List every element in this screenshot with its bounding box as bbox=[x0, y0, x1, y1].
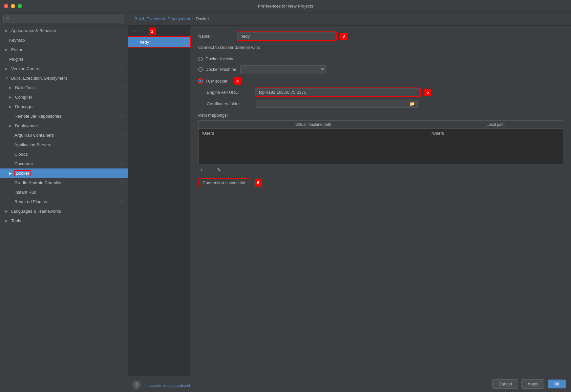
certificates-folder-row: Certificates folder: 📁 bbox=[198, 98, 563, 109]
sidebar-item-label: Plugins bbox=[9, 57, 23, 62]
search-input[interactable] bbox=[3, 15, 124, 23]
sidebar-item-plugins[interactable]: Plugins bbox=[0, 54, 128, 64]
sidebar-item-appearance[interactable]: ▶ Appearance & Behavior bbox=[0, 26, 128, 35]
certificates-folder-btn[interactable]: 📁 bbox=[407, 100, 418, 108]
ok-button[interactable]: OK bbox=[548, 380, 566, 388]
arrow-icon: ▶ bbox=[5, 29, 9, 32]
table-cell-vm-path: /Users bbox=[199, 129, 428, 138]
svg-rect-2 bbox=[134, 41, 135, 42]
table-edit-button[interactable]: ✎ bbox=[215, 166, 223, 174]
arrow-icon: ▶ bbox=[9, 171, 13, 175]
breadcrumb-parent[interactable]: Build, Execution, Deployment bbox=[135, 16, 190, 21]
cancel-button[interactable]: Cancel bbox=[492, 379, 518, 389]
close-button[interactable] bbox=[4, 4, 8, 8]
minimize-button[interactable] bbox=[11, 4, 15, 8]
sidebar-item-label: Editor bbox=[11, 47, 22, 52]
radio-tcp-socket-label: TCP socket bbox=[205, 79, 227, 84]
sidebar-item-build-tools[interactable]: ▶ Build Tools ⬛ bbox=[0, 83, 128, 92]
engine-api-url-label: Engine API URL: bbox=[207, 90, 256, 95]
help-button[interactable]: ? bbox=[133, 381, 140, 389]
sidebar-item-arquillian[interactable]: Arquillian Containers ⬛ bbox=[0, 130, 128, 140]
external-icon: ⬛ bbox=[120, 181, 124, 185]
sidebar-item-clouds[interactable]: Clouds bbox=[0, 149, 128, 159]
docker-item-label: hedy bbox=[140, 40, 149, 45]
name-label: Name: bbox=[198, 34, 238, 39]
name-input[interactable] bbox=[238, 32, 336, 40]
table-header-local-path: Local path bbox=[428, 121, 563, 129]
sidebar-item-tools[interactable]: ▶ Tools bbox=[0, 216, 128, 225]
name-row: Name: 3 bbox=[198, 32, 563, 40]
sidebar-item-docker[interactable]: ▶ Docker 1 bbox=[0, 168, 128, 178]
sidebar-item-build-execution[interactable]: ▼ Build, Execution, Deployment bbox=[0, 73, 128, 83]
title-bar: Preferences for New Projects bbox=[0, 0, 571, 12]
certificates-folder-input[interactable] bbox=[256, 100, 407, 108]
arrow-icon: ▶ bbox=[5, 67, 9, 70]
sidebar-item-label: Docker bbox=[15, 171, 30, 176]
arrow-icon: ▶ bbox=[9, 86, 13, 89]
engine-api-url-input[interactable] bbox=[256, 88, 420, 96]
certificates-folder-label: Certificates folder: bbox=[207, 101, 256, 106]
connection-status: Connection successful bbox=[198, 178, 249, 187]
radio-docker-mac-btn[interactable] bbox=[198, 57, 203, 61]
sidebar-item-version-control[interactable]: ▶ Version Control ⬛ bbox=[0, 64, 128, 73]
sidebar-item-gradle-android[interactable]: Gradle-Android Compiler ⬛ bbox=[0, 178, 128, 187]
annotation-badge-5: 5 bbox=[424, 89, 431, 96]
sidebar-item-compiler[interactable]: ▶ Compiler bbox=[0, 92, 128, 102]
radio-docker-mac-label: Docker for Mac bbox=[205, 56, 234, 61]
footer-link[interactable]: https://xinchen.blog.csdn.net bbox=[144, 383, 190, 387]
sidebar-item-editor[interactable]: ▶ Editor bbox=[0, 45, 128, 54]
add-docker-button[interactable]: + bbox=[131, 28, 137, 35]
external-icon: ⬛ bbox=[120, 133, 124, 137]
sidebar-item-label: Debugger bbox=[15, 104, 34, 109]
external-icon: ⬛ bbox=[120, 67, 124, 70]
sidebar-item-deployment[interactable]: ▶ Deployment bbox=[0, 121, 128, 130]
apply-button[interactable]: Apply bbox=[521, 379, 545, 389]
radio-docker-mac[interactable]: Docker for Mac bbox=[198, 54, 563, 63]
path-mappings-section: Path mappings: Virtual machine path Loca… bbox=[198, 113, 563, 174]
sidebar-item-remote-jar[interactable]: Remote Jar Repositories ⬛ bbox=[0, 111, 128, 121]
arrow-icon: ▶ bbox=[5, 48, 9, 51]
window-controls[interactable] bbox=[4, 4, 22, 8]
arrow-icon: ▶ bbox=[9, 95, 13, 99]
radio-tcp-socket-btn[interactable] bbox=[198, 79, 203, 83]
docker-config-panel: Name: 3 Connect to Docker daemon with: D… bbox=[190, 26, 571, 376]
certificates-folder-wrapper: 📁 bbox=[256, 100, 563, 108]
radio-docker-machine-btn[interactable] bbox=[198, 67, 203, 72]
svg-rect-5 bbox=[135, 41, 136, 42]
external-icon: ⬛ bbox=[120, 162, 124, 166]
sidebar-item-label: Arquillian Containers bbox=[14, 133, 54, 138]
content-body: + − 2 bbox=[128, 26, 571, 376]
sidebar-item-app-servers[interactable]: Application Servers bbox=[0, 140, 128, 149]
svg-rect-1 bbox=[133, 41, 134, 42]
annotation-badge-6: 6 bbox=[255, 179, 262, 186]
radio-docker-machine[interactable]: Docker Machine: bbox=[198, 63, 563, 75]
remove-docker-button[interactable]: − bbox=[139, 28, 146, 35]
breadcrumb: Build, Execution, Deployment › Docker bbox=[128, 12, 571, 26]
docker-machine-select[interactable] bbox=[240, 65, 326, 73]
sidebar-item-debugger[interactable]: ▶ Debugger bbox=[0, 102, 128, 111]
bottom-bar: ? https://xinchen.blog.csdn.net Cancel A… bbox=[128, 376, 571, 392]
radio-tcp-socket[interactable]: TCP socket 4 bbox=[198, 75, 563, 87]
sidebar-item-keymap[interactable]: Keymap bbox=[0, 35, 128, 45]
sidebar-item-languages[interactable]: ▶ Languages & Frameworks bbox=[0, 206, 128, 216]
breadcrumb-current: Docker bbox=[196, 16, 209, 21]
svg-rect-4 bbox=[134, 40, 135, 41]
sidebar-item-instant-run[interactable]: Instant Run bbox=[0, 187, 128, 197]
window-title: Preferences for New Projects bbox=[258, 4, 313, 9]
engine-api-url-row: Engine API URL: 5 bbox=[198, 87, 563, 98]
sidebar-item-label: Build, Execution, Deployment bbox=[11, 76, 67, 81]
docker-list-item-hedy[interactable]: hedy bbox=[128, 37, 190, 47]
sidebar-item-label: Appearance & Behavior bbox=[11, 28, 56, 33]
maximize-button[interactable] bbox=[18, 4, 22, 8]
sidebar-item-coverage[interactable]: Coverage ⬛ bbox=[0, 159, 128, 168]
table-add-button[interactable]: + bbox=[198, 166, 205, 174]
sidebar-item-label: Gradle-Android Compiler bbox=[14, 180, 62, 185]
sidebar-item-label: Remote Jar Repositories bbox=[14, 114, 61, 119]
table-cell-local-path: /Users bbox=[428, 129, 563, 138]
sidebar-item-required-plugins[interactable]: Required Plugins ⬛ bbox=[0, 197, 128, 206]
arrow-icon: ▼ bbox=[5, 76, 9, 80]
arrow-icon: ▶ bbox=[9, 105, 13, 108]
table-remove-button[interactable]: − bbox=[206, 166, 213, 174]
external-icon: ⬛ bbox=[120, 86, 124, 89]
docker-list-panel: + − 2 bbox=[128, 26, 190, 376]
